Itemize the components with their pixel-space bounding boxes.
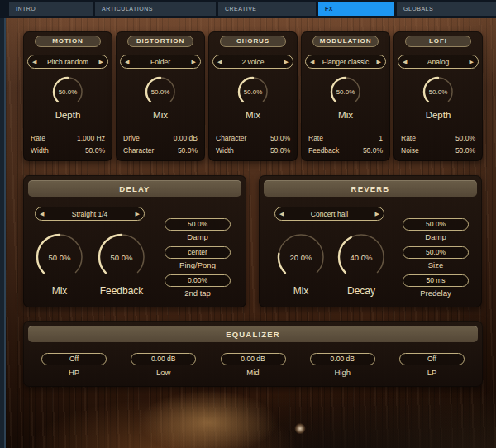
reverb-header-button[interactable]: REVERB	[264, 180, 477, 197]
reverb-type-selector[interactable]: ◀ Concert hall ▶	[274, 207, 384, 221]
page-tab-bar: INTRO ARTICULATIONS CREATIVE FX GLOBALS	[0, 0, 496, 18]
next-arrow-icon[interactable]: ▶	[131, 211, 144, 217]
delay-feedback-knob[interactable]: 50.0%	[97, 232, 146, 282]
param-row: Width 50.0%	[208, 145, 298, 157]
param-label: Drive	[123, 132, 140, 145]
distortion-mix-knob[interactable]: 50.0%	[144, 75, 177, 108]
fx-panel-equalizer: EQUALIZER Off HP 0.00 dB Low 0.00 dB Mid…	[23, 321, 483, 387]
delay-header-button[interactable]: DELAY	[28, 180, 241, 197]
knob-value: 50.0%	[422, 75, 455, 108]
fx-panel-reverb: REVERB ◀ Concert hall ▶ 20.0% 40.0% Mix …	[259, 175, 482, 307]
lofi-preset-selector[interactable]: ◀ Analog ▶	[398, 55, 479, 69]
eq-lp-value[interactable]: Off	[399, 353, 465, 365]
next-arrow-icon[interactable]: ▶	[280, 59, 293, 64]
eq-hp-value[interactable]: Off	[41, 353, 107, 365]
param-row: Rate 50.0%	[393, 132, 483, 145]
knob-value: 50.0%	[35, 232, 84, 282]
param-label: Rate	[401, 132, 416, 145]
prev-arrow-icon[interactable]: ◀	[275, 211, 288, 217]
param-value[interactable]: 50.0%	[85, 145, 105, 157]
distortion-preset-selector[interactable]: ◀ Folder ▶	[120, 55, 201, 69]
reverb-mix-knob[interactable]: 20.0%	[276, 232, 326, 282]
prev-arrow-icon[interactable]: ◀	[121, 59, 133, 64]
param-value[interactable]: 1	[379, 132, 383, 145]
lofi-header-button[interactable]: LOFI	[405, 36, 471, 47]
chorus-header-button[interactable]: CHORUS	[220, 36, 286, 47]
chorus-mix-knob[interactable]: 50.0%	[236, 75, 269, 108]
selector-value: Flanger classic	[318, 58, 372, 66]
motion-depth-knob[interactable]: 50.0%	[51, 75, 84, 108]
param-row: Rate 1.000 Hz	[23, 132, 112, 145]
delay-damp-value[interactable]: 50.0%	[165, 218, 231, 231]
delay-2ndtap-value[interactable]: 0.00%	[165, 274, 231, 287]
delay-pingpong-value[interactable]: center	[165, 246, 231, 259]
tab-creative[interactable]: CREATIVE	[218, 2, 316, 16]
fx-panel-modulation: MODULATION ◀ Flanger classic ▶ 50.0% Mix…	[301, 31, 390, 161]
knob-value: 50.0%	[329, 75, 362, 108]
knob-label: Depth	[55, 110, 81, 120]
param-value[interactable]: 0.00 dB	[174, 132, 198, 145]
tab-globals[interactable]: GLOBALS	[397, 2, 496, 16]
tab-fx[interactable]: FX	[318, 2, 394, 16]
value-label: Damp	[403, 232, 469, 241]
param-value[interactable]: 50.0%	[270, 132, 290, 145]
prev-arrow-icon[interactable]: ◀	[36, 211, 48, 217]
selector-value: Analog	[411, 58, 465, 66]
next-arrow-icon[interactable]: ▶	[371, 211, 384, 217]
tab-articulations[interactable]: ARTICULATIONS	[95, 2, 216, 16]
knob-label: Decay	[328, 285, 394, 297]
knob-value: 50.0%	[144, 75, 177, 108]
param-value[interactable]: 50.0%	[455, 145, 475, 157]
equalizer-header-button[interactable]: EQUALIZER	[28, 326, 478, 342]
reverb-size-value[interactable]: 50.0%	[403, 246, 469, 259]
plugin-window: INTRO ARTICULATIONS CREATIVE FX GLOBALS …	[0, 0, 496, 448]
fx-panel-chorus: CHORUS ◀ 2 voice ▶ 50.0% Mix Character 5…	[208, 31, 298, 161]
param-row: Feedback 50.0%	[301, 145, 390, 157]
value-label: HP	[69, 368, 79, 377]
param-row: Width 50.0%	[23, 145, 112, 157]
next-arrow-icon[interactable]: ▶	[465, 59, 478, 64]
eq-high-value[interactable]: 0.00 dB	[310, 353, 375, 365]
motion-header-button[interactable]: MOTION	[35, 36, 101, 47]
next-arrow-icon[interactable]: ▶	[373, 59, 385, 64]
motion-preset-selector[interactable]: ◀ Pitch random ▶	[27, 55, 108, 69]
prev-arrow-icon[interactable]: ◀	[213, 59, 226, 64]
selector-value: Pitch random	[41, 58, 94, 66]
knob-label: Feedback	[88, 285, 155, 297]
prev-arrow-icon[interactable]: ◀	[306, 59, 318, 64]
param-row: Character 50.0%	[116, 145, 205, 157]
eq-low-value[interactable]: 0.00 dB	[131, 353, 196, 365]
param-value[interactable]: 50.0%	[363, 145, 383, 157]
param-row: Rate 1	[301, 132, 390, 145]
param-value[interactable]: 50.0%	[270, 145, 290, 157]
reverb-decay-knob[interactable]: 40.0%	[336, 232, 386, 282]
lofi-depth-knob[interactable]: 50.0%	[422, 75, 455, 108]
distortion-header-button[interactable]: DISTORTION	[127, 36, 193, 47]
param-label: Width	[216, 145, 234, 157]
param-label: Rate	[31, 132, 45, 145]
modulation-header-button[interactable]: MODULATION	[312, 36, 379, 47]
prev-arrow-icon[interactable]: ◀	[398, 59, 411, 64]
delay-mix-knob[interactable]: 50.0%	[35, 232, 84, 282]
next-arrow-icon[interactable]: ▶	[188, 59, 200, 64]
knob-label: Mix	[26, 285, 93, 297]
fx-panel-lofi: LOFI ◀ Analog ▶ 50.0% Depth Rate 50.0% N…	[393, 31, 483, 161]
delay-time-selector[interactable]: ◀ Straight 1/4 ▶	[35, 207, 145, 221]
reverb-damp-value[interactable]: 50.0%	[403, 218, 469, 231]
modulation-preset-selector[interactable]: ◀ Flanger classic ▶	[305, 55, 386, 69]
tab-intro[interactable]: INTRO	[9, 2, 93, 16]
knob-label: Mix	[338, 110, 353, 120]
value-label: High	[334, 368, 351, 377]
param-value[interactable]: 50.0%	[178, 145, 198, 157]
param-value[interactable]: 1.000 Hz	[77, 132, 105, 145]
reverb-predelay-value[interactable]: 50 ms	[403, 274, 469, 287]
modulation-mix-knob[interactable]: 50.0%	[329, 75, 362, 108]
chorus-preset-selector[interactable]: ◀ 2 voice ▶	[212, 55, 293, 69]
knob-label: Mix	[153, 110, 168, 120]
eq-band-hp: Off HP	[41, 353, 107, 377]
prev-arrow-icon[interactable]: ◀	[28, 59, 41, 64]
eq-mid-value[interactable]: 0.00 dB	[221, 353, 286, 365]
param-label: Width	[31, 145, 49, 157]
param-value[interactable]: 50.0%	[455, 132, 475, 145]
next-arrow-icon[interactable]: ▶	[95, 59, 107, 64]
